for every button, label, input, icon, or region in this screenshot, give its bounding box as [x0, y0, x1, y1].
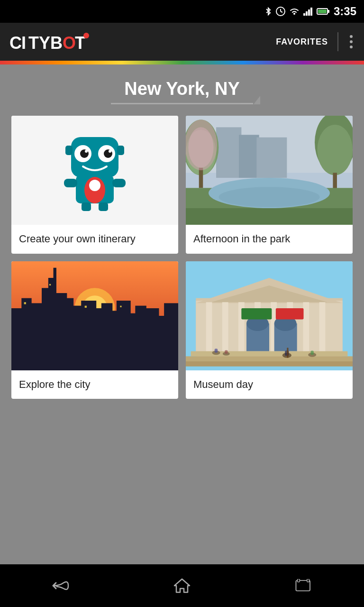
svg-rect-9	[328, 10, 329, 13]
back-button[interactable]	[42, 571, 80, 600]
back-icon	[50, 578, 71, 593]
logo-icon: C I T Y B O T	[9, 30, 104, 54]
svg-point-45	[317, 125, 353, 175]
more-dot-1	[350, 35, 353, 38]
svg-rect-30	[112, 179, 126, 187]
svg-text:C: C	[9, 33, 23, 53]
wifi-icon	[289, 7, 300, 16]
more-dot-2	[350, 40, 353, 43]
svg-text:B: B	[50, 33, 64, 53]
svg-rect-110	[276, 308, 304, 319]
svg-rect-109	[241, 308, 272, 319]
battery-icon	[317, 8, 330, 15]
svg-rect-114	[307, 579, 309, 582]
bottom-nav	[0, 564, 364, 607]
svg-rect-86	[222, 302, 228, 351]
svg-rect-10	[318, 9, 327, 13]
home-icon	[173, 577, 191, 594]
navbar-right: FAVORITES	[276, 32, 355, 51]
svg-rect-43	[199, 168, 203, 188]
svg-rect-75	[164, 303, 178, 370]
favorites-button[interactable]: FAVORITES	[276, 37, 328, 47]
status-bar: 3:35	[0, 0, 364, 23]
svg-rect-5	[306, 11, 308, 16]
svg-rect-77	[49, 284, 51, 285]
svg-rect-34	[82, 202, 91, 211]
status-time: 3:35	[334, 5, 356, 18]
card-afternoon-park-label: Afternoon in the park	[186, 225, 353, 254]
svg-line-2	[281, 11, 282, 12]
card-create-itinerary-image	[11, 116, 178, 225]
svg-point-49	[218, 187, 319, 207]
svg-rect-35	[99, 202, 108, 211]
svg-rect-92	[319, 302, 326, 351]
bluetooth-icon	[264, 6, 272, 17]
city-title: New York, NY	[9, 79, 355, 99]
app-logo: C I T Y B O T	[9, 30, 104, 54]
svg-rect-113	[298, 579, 300, 582]
svg-rect-38	[216, 127, 241, 178]
recents-button[interactable]	[284, 571, 322, 600]
clock-icon	[276, 7, 285, 16]
main-content: New York, NY	[0, 64, 364, 564]
nav-divider	[337, 32, 338, 51]
svg-marker-111	[174, 579, 190, 592]
svg-text:T: T	[28, 33, 40, 53]
svg-point-24	[85, 150, 88, 153]
home-button[interactable]	[163, 571, 201, 600]
card-museum-day[interactable]: Museum day	[186, 261, 353, 399]
recents-icon	[295, 579, 312, 592]
card-afternoon-park-image	[186, 116, 353, 225]
svg-rect-103	[225, 350, 228, 353]
svg-rect-91	[303, 302, 309, 351]
svg-rect-7	[310, 8, 312, 16]
more-dot-3	[350, 46, 353, 48]
svg-rect-101	[215, 349, 218, 353]
robot-illustration	[11, 116, 178, 225]
svg-point-32	[89, 180, 100, 191]
signal-icon	[303, 7, 313, 16]
card-explore-city[interactable]: Explore the city	[11, 261, 178, 399]
svg-rect-108	[287, 348, 288, 358]
svg-rect-4	[303, 13, 305, 16]
svg-point-18	[83, 33, 89, 38]
card-museum-day-image	[186, 261, 353, 370]
svg-rect-76	[24, 302, 26, 304]
svg-rect-85	[206, 302, 212, 351]
itinerary-grid: Create your own itinerary	[11, 116, 353, 399]
svg-rect-50	[186, 208, 353, 225]
navbar: C I T Y B O T FAVORITES	[0, 23, 364, 61]
svg-rect-105	[310, 350, 313, 355]
svg-rect-6	[308, 9, 310, 16]
svg-point-25	[109, 150, 111, 153]
more-menu-button[interactable]	[348, 33, 355, 50]
svg-rect-27	[117, 146, 124, 155]
svg-rect-98	[186, 356, 353, 361]
card-create-itinerary-label: Create your own itinerary	[11, 225, 178, 254]
card-afternoon-park[interactable]: Afternoon in the park	[186, 116, 353, 254]
card-museum-day-label: Museum day	[186, 370, 353, 399]
card-create-itinerary[interactable]: Create your own itinerary	[11, 116, 178, 254]
svg-rect-79	[120, 305, 121, 307]
svg-point-3	[293, 13, 295, 15]
svg-rect-39	[239, 135, 259, 178]
svg-text:Y: Y	[39, 33, 51, 53]
svg-text:I: I	[21, 33, 27, 53]
svg-rect-40	[256, 138, 287, 178]
card-explore-city-label: Explore the city	[11, 370, 178, 399]
svg-rect-78	[85, 305, 87, 307]
svg-point-52	[188, 127, 213, 167]
svg-rect-29	[64, 179, 77, 187]
status-icons: 3:35	[264, 5, 356, 18]
card-explore-city-image	[11, 261, 178, 370]
svg-rect-99	[186, 361, 353, 367]
svg-rect-26	[65, 146, 73, 155]
rainbow-bar	[0, 61, 364, 64]
